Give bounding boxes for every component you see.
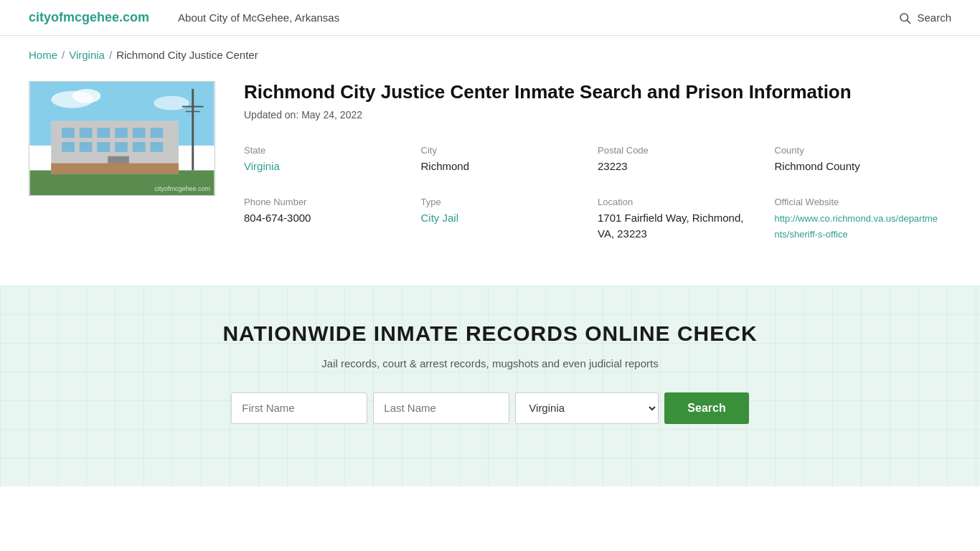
state-value: Virginia bbox=[244, 159, 410, 175]
svg-rect-10 bbox=[97, 128, 110, 138]
svg-rect-19 bbox=[151, 142, 164, 152]
svg-rect-16 bbox=[97, 142, 110, 152]
type-link[interactable]: City Jail bbox=[421, 212, 459, 224]
phone-value: 804-674-3000 bbox=[244, 210, 410, 227]
info-state: State Virginia bbox=[244, 138, 421, 189]
state-label: State bbox=[244, 145, 410, 156]
city-value: Richmond bbox=[421, 159, 587, 175]
info-county: County Richmond County bbox=[775, 138, 952, 189]
first-name-input[interactable] bbox=[231, 392, 367, 424]
site-logo[interactable]: cityofmcgehee.com bbox=[29, 10, 149, 25]
info-phone: Phone Number 804-674-3000 bbox=[244, 189, 421, 257]
website-label: Official Website bbox=[775, 197, 941, 207]
header-search-button[interactable]: Search bbox=[898, 11, 951, 24]
county-value: Richmond County bbox=[775, 159, 941, 175]
nationwide-section: NATIONWIDE INMATE RECORDS ONLINE CHECK J… bbox=[0, 286, 980, 486]
svg-rect-17 bbox=[115, 142, 128, 152]
location-label: Location bbox=[598, 197, 763, 207]
svg-rect-9 bbox=[80, 128, 93, 138]
type-label: Type bbox=[421, 197, 587, 207]
type-value: City Jail bbox=[421, 210, 587, 227]
header-nav-item: About City of McGehee, Arkansas bbox=[178, 11, 339, 24]
county-label: County bbox=[775, 145, 941, 156]
svg-rect-18 bbox=[133, 142, 146, 152]
location-value: 1701 Fairfield Way, Richmond, VA, 23223 bbox=[598, 210, 763, 242]
search-icon bbox=[898, 11, 911, 24]
breadcrumb-current: Richmond City Justice Center bbox=[116, 49, 258, 61]
breadcrumb-sep-1: / bbox=[62, 49, 65, 61]
svg-rect-14 bbox=[62, 142, 75, 152]
info-type: Type City Jail bbox=[421, 189, 598, 257]
breadcrumb-sep-2: / bbox=[109, 49, 112, 61]
image-watermark: cityofmcgehee.com bbox=[154, 185, 210, 192]
state-select[interactable]: AlabamaAlaskaArizonaArkansasCaliforniaCo… bbox=[515, 392, 659, 424]
info-website: Official Website http://www.co.richmond.… bbox=[775, 189, 952, 257]
svg-rect-8 bbox=[62, 128, 75, 138]
breadcrumb-state[interactable]: Virginia bbox=[69, 49, 105, 61]
svg-rect-12 bbox=[133, 128, 146, 138]
facility-image: cityofmcgehee.com bbox=[29, 81, 215, 196]
svg-rect-15 bbox=[80, 142, 93, 152]
nationwide-title: NATIONWIDE INMATE RECORDS ONLINE CHECK bbox=[29, 321, 951, 346]
last-name-input[interactable] bbox=[373, 392, 509, 424]
header-search-label: Search bbox=[917, 11, 951, 24]
svg-rect-13 bbox=[151, 128, 164, 138]
search-form: AlabamaAlaskaArizonaArkansasCaliforniaCo… bbox=[29, 392, 951, 424]
facility-image-container: cityofmcgehee.com bbox=[29, 81, 215, 196]
website-value: http://www.co.richmond.va.us/departments… bbox=[775, 210, 941, 242]
svg-point-5 bbox=[154, 96, 189, 110]
website-link[interactable]: http://www.co.richmond.va.us/departments… bbox=[775, 213, 938, 240]
header-left: cityofmcgehee.com About City of McGehee,… bbox=[29, 10, 339, 25]
header: cityofmcgehee.com About City of McGehee,… bbox=[0, 0, 980, 36]
nationwide-subtitle: Jail records, court & arrest records, mu… bbox=[29, 357, 951, 369]
breadcrumb: Home / Virginia / Richmond City Justice … bbox=[0, 36, 980, 74]
info-postal: Postal Code 23223 bbox=[598, 138, 775, 189]
info-grid: State Virginia City Richmond Postal Code… bbox=[244, 138, 951, 257]
city-label: City bbox=[421, 145, 587, 156]
facility-title: Richmond City Justice Center Inmate Sear… bbox=[244, 81, 951, 103]
facility-image-svg bbox=[29, 82, 215, 195]
main-content: cityofmcgehee.com Richmond City Justice … bbox=[0, 74, 980, 286]
svg-point-4 bbox=[72, 89, 101, 103]
svg-line-1 bbox=[908, 20, 910, 23]
facility-info: Richmond City Justice Center Inmate Sear… bbox=[244, 81, 951, 257]
phone-label: Phone Number bbox=[244, 197, 410, 207]
info-city: City Richmond bbox=[421, 138, 598, 189]
postal-value: 23223 bbox=[598, 159, 763, 175]
postal-label: Postal Code bbox=[598, 145, 763, 156]
breadcrumb-home[interactable]: Home bbox=[29, 49, 57, 61]
bottom-content: NATIONWIDE INMATE RECORDS ONLINE CHECK J… bbox=[29, 321, 951, 424]
svg-rect-11 bbox=[115, 128, 128, 138]
info-location: Location 1701 Fairfield Way, Richmond, V… bbox=[598, 189, 775, 257]
state-link[interactable]: Virginia bbox=[244, 160, 280, 172]
search-button[interactable]: Search bbox=[664, 392, 748, 424]
updated-date: Updated on: May 24, 2022 bbox=[244, 109, 951, 121]
svg-rect-24 bbox=[51, 164, 179, 174]
